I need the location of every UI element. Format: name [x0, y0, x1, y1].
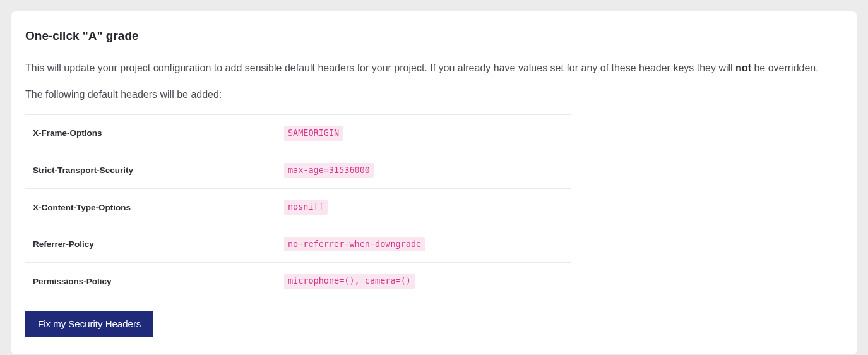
one-click-grade-card: One-click "A" grade This will update you…: [11, 11, 857, 354]
header-name: Permissions-Policy: [25, 263, 276, 299]
header-value: SAMEORIGIN: [284, 126, 343, 141]
fix-headers-button[interactable]: Fix my Security Headers: [25, 311, 153, 337]
header-name: X-Frame-Options: [25, 115, 276, 152]
header-name: Referrer-Policy: [25, 226, 276, 263]
header-value-cell: max-age=31536000: [276, 152, 571, 189]
header-name: Strict-Transport-Security: [25, 152, 276, 189]
card-description: This will update your project configurat…: [25, 59, 843, 76]
headers-table-wrap: X-Frame-Options SAMEORIGIN Strict-Transp…: [25, 114, 571, 299]
table-row: X-Content-Type-Options nosniff: [25, 189, 571, 226]
table-row: Referrer-Policy no-referrer-when-downgra…: [25, 226, 571, 263]
desc-post: be overridden.: [751, 63, 819, 73]
header-name: X-Content-Type-Options: [25, 189, 276, 226]
headers-table: X-Frame-Options SAMEORIGIN Strict-Transp…: [25, 114, 571, 299]
table-row: Permissions-Policy microphone=(), camera…: [25, 263, 571, 299]
header-value: microphone=(), camera=(): [284, 274, 415, 289]
table-row: X-Frame-Options SAMEORIGIN: [25, 115, 571, 152]
card-subhead: The following default headers will be ad…: [25, 89, 843, 100]
action-row: Fix my Security Headers: [25, 311, 843, 337]
header-value-cell: microphone=(), camera=(): [276, 263, 571, 299]
header-value-cell: SAMEORIGIN: [276, 115, 571, 152]
desc-bold: not: [735, 63, 751, 73]
desc-pre: This will update your project configurat…: [25, 63, 735, 73]
header-value: no-referrer-when-downgrade: [284, 237, 425, 252]
header-value-cell: no-referrer-when-downgrade: [276, 226, 571, 263]
header-value: max-age=31536000: [284, 163, 374, 178]
card-title: One-click "A" grade: [25, 29, 843, 43]
header-value: nosniff: [284, 200, 328, 215]
header-value-cell: nosniff: [276, 189, 571, 226]
table-row: Strict-Transport-Security max-age=315360…: [25, 152, 571, 189]
